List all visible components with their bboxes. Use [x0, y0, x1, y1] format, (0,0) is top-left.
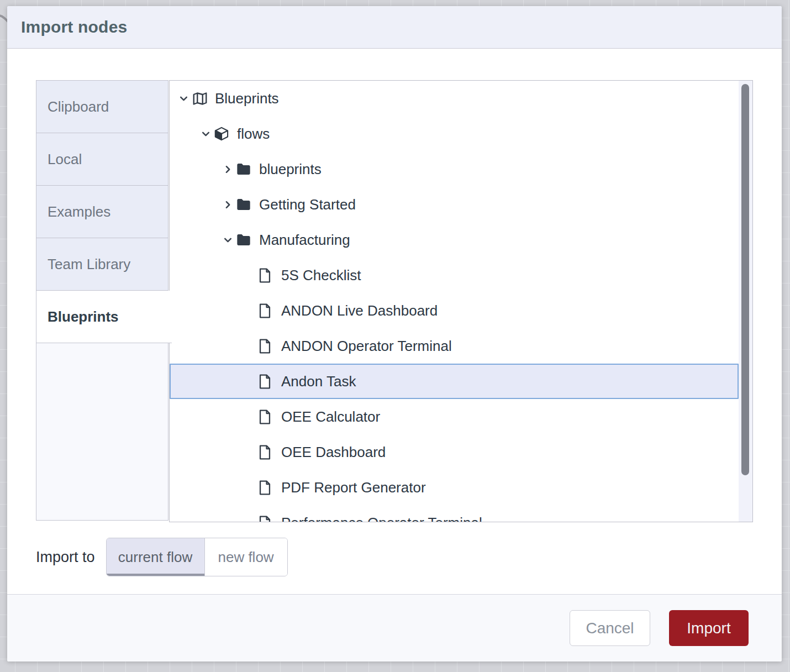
dialog-header: Import nodes [7, 6, 782, 49]
tree-item-label: flows [237, 125, 270, 143]
tree-row-andon-live-dashboard[interactable]: ANDON Live Dashboard [170, 293, 739, 328]
cube-icon [214, 126, 230, 141]
import-to-label: Import to [36, 549, 95, 566]
tree-item-label: blueprints [259, 161, 322, 178]
sidebar-tab-team-library[interactable]: Team Library [36, 238, 168, 291]
file-icon [258, 409, 275, 425]
sidebar-tab-label: Clipboard [48, 98, 109, 116]
tree-item-label: Getting Started [259, 196, 356, 213]
library-source-tabs: Clipboard Local Examples Team Library Bl… [36, 80, 168, 521]
file-icon [258, 338, 275, 354]
tree-row-oee-dashboard[interactable]: OEE Dashboard [170, 434, 739, 470]
toggle-option-new-flow[interactable]: new flow [205, 538, 287, 576]
toggle-option-label: new flow [218, 549, 273, 566]
tree-row-pdf-report-generator[interactable]: PDF Report Generator [170, 470, 739, 505]
sidebar-tab-local[interactable]: Local [36, 133, 168, 186]
tree-row-getting-started[interactable]: Getting Started [170, 187, 739, 222]
import-nodes-dialog: Import nodes Clipboard Local Examples Te… [7, 6, 782, 662]
toggle-option-label: current flow [118, 549, 192, 566]
tree-row-oee-calculator[interactable]: OEE Calculator [170, 399, 739, 434]
tree-row-manufacturing[interactable]: Manufacturing [170, 222, 739, 258]
import-target-toggle: current flow new flow [106, 538, 288, 576]
sidebar-tab-label: Team Library [48, 256, 130, 273]
folder-icon [236, 198, 252, 211]
dialog-title: Import nodes [21, 18, 127, 36]
file-icon [258, 515, 275, 523]
sidebar-tab-clipboard[interactable]: Clipboard [36, 81, 168, 133]
chevron-right-icon[interactable] [219, 164, 236, 175]
chevron-down-icon[interactable] [175, 93, 192, 104]
file-icon [258, 374, 275, 390]
map-icon [192, 91, 208, 106]
tree-item-label: Blueprints [215, 90, 279, 107]
tree-item-label: Andon Task [281, 373, 356, 390]
tree-row-andon-task[interactable]: Andon Task [170, 364, 739, 399]
chevron-down-icon[interactable] [197, 129, 214, 139]
tree-item-label: ANDON Operator Terminal [281, 338, 452, 355]
import-button[interactable]: Import [669, 610, 749, 646]
folder-icon [236, 162, 252, 176]
file-icon [258, 267, 275, 284]
library-tree: Blueprints flows blueprints Getting Star… [170, 81, 752, 522]
tree-row-andon-operator-terminal[interactable]: ANDON Operator Terminal [170, 328, 739, 364]
import-target-row: Import to current flow new flow [36, 538, 288, 576]
tree-item-label: Manufacturing [259, 232, 350, 249]
tree-row-blueprints[interactable]: Blueprints [170, 81, 739, 116]
chevron-down-icon[interactable] [219, 235, 236, 245]
tree-row-blueprints[interactable]: blueprints [170, 151, 739, 187]
scrollbar-thumb[interactable] [741, 84, 749, 475]
sidebar-tab-label: Local [48, 151, 82, 168]
tree-item-label: ANDON Live Dashboard [281, 302, 438, 319]
tree-item-label: 5S Checklist [281, 267, 361, 284]
folder-icon [236, 233, 252, 246]
file-icon [258, 444, 275, 460]
cancel-button[interactable]: Cancel [570, 610, 650, 646]
tree-row-5s-checklist[interactable]: 5S Checklist [170, 258, 739, 293]
dialog-footer: Cancel Import [7, 594, 782, 662]
sidebar-tab-examples[interactable]: Examples [36, 186, 168, 238]
tree-row-performance-operator-terminal[interactable]: Performance Operator Terminal [170, 505, 739, 522]
sidebar-tab-label: Blueprints [48, 308, 119, 326]
toggle-option-current-flow[interactable]: current flow [107, 538, 205, 576]
tree-item-label: PDF Report Generator [281, 479, 426, 496]
file-icon [258, 480, 275, 496]
sidebar-tab-label: Examples [48, 203, 110, 221]
sidebar-tab-blueprints[interactable]: Blueprints [36, 291, 172, 343]
file-icon [258, 303, 275, 319]
scrollbar-track[interactable] [739, 81, 752, 522]
tree-item-label: OEE Dashboard [281, 444, 386, 461]
tree-item-label: Performance Operator Terminal [281, 514, 482, 523]
tree-row-flows[interactable]: flows [170, 116, 739, 151]
chevron-right-icon[interactable] [219, 200, 236, 210]
library-tree-panel: Blueprints flows blueprints Getting Star… [169, 80, 753, 522]
tree-item-label: OEE Calculator [281, 408, 380, 426]
